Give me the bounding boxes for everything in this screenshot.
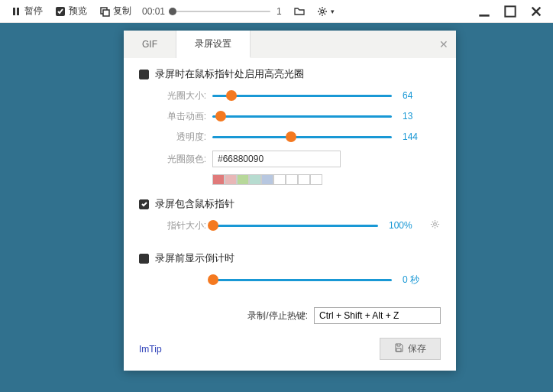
section-countdown: 录屏前显示倒计时 0 秒 bbox=[124, 242, 456, 296]
pause-button[interactable]: 暂停 bbox=[6, 2, 47, 20]
click-anim-value: 13 bbox=[403, 111, 441, 121]
svg-point-5 bbox=[321, 10, 324, 13]
color-swatch[interactable] bbox=[273, 174, 286, 185]
opacity-value: 144 bbox=[403, 131, 441, 142]
close-button[interactable] bbox=[530, 5, 542, 18]
svg-rect-0 bbox=[13, 8, 15, 15]
cursor-settings-icon[interactable] bbox=[430, 219, 441, 232]
save-label: 保存 bbox=[408, 342, 426, 355]
gear-icon bbox=[317, 6, 328, 17]
countdown-title: 录屏前显示倒计时 bbox=[155, 251, 234, 265]
cursor-title: 录屏包含鼠标指针 bbox=[155, 197, 234, 211]
color-swatch[interactable] bbox=[298, 174, 310, 185]
dialog-footer: ImTip 保存 bbox=[124, 330, 456, 360]
cursor-checkbox[interactable] bbox=[139, 199, 149, 209]
color-swatch[interactable] bbox=[286, 174, 298, 185]
color-swatch[interactable] bbox=[310, 174, 322, 185]
color-swatches bbox=[139, 174, 441, 185]
top-toolbar: 暂停 预览 复制 00:01 1 ▾ bbox=[0, 0, 553, 23]
dialog-close-button[interactable]: ✕ bbox=[439, 38, 448, 50]
copy-icon bbox=[99, 6, 110, 17]
color-swatch[interactable] bbox=[212, 174, 225, 185]
frame-number: 1 bbox=[276, 6, 282, 17]
highlight-checkbox[interactable] bbox=[139, 70, 149, 79]
color-swatch[interactable] bbox=[261, 174, 273, 185]
time-display: 00:01 bbox=[142, 6, 165, 17]
opacity-slider[interactable] bbox=[212, 130, 392, 144]
aperture-size-label: 光圈大小: bbox=[157, 89, 206, 102]
minimize-button[interactable] bbox=[478, 5, 490, 18]
svg-point-8 bbox=[434, 223, 437, 226]
settings-dialog: GIF 录屏设置 ✕ 录屏时在鼠标指针处启用高亮光圈 光圈大小: 64 单击动画… bbox=[124, 31, 456, 371]
countdown-value: 0 秒 bbox=[403, 274, 441, 287]
aperture-size-slider[interactable] bbox=[212, 89, 392, 102]
svg-rect-7 bbox=[505, 6, 515, 16]
aperture-size-value: 64 bbox=[403, 90, 441, 101]
cursor-size-value: 100% bbox=[389, 220, 427, 231]
tab-gif[interactable]: GIF bbox=[124, 31, 176, 58]
svg-rect-6 bbox=[479, 15, 489, 17]
timeline-thumb[interactable] bbox=[169, 8, 176, 15]
preview-label: 预览 bbox=[69, 5, 87, 18]
click-anim-label: 单击动画: bbox=[157, 110, 206, 123]
color-label: 光圈颜色: bbox=[157, 153, 206, 166]
hotkey-input[interactable] bbox=[314, 307, 441, 324]
save-button[interactable]: 保存 bbox=[380, 338, 441, 360]
tab-recording-settings[interactable]: 录屏设置 bbox=[176, 31, 251, 58]
hotkey-label: 录制/停止热键: bbox=[247, 309, 308, 322]
save-icon bbox=[394, 343, 403, 355]
dialog-tabs: GIF 录屏设置 ✕ bbox=[124, 31, 456, 58]
timeline-slider[interactable] bbox=[171, 10, 270, 13]
svg-rect-4 bbox=[103, 10, 109, 16]
color-swatch[interactable] bbox=[249, 174, 261, 185]
pause-label: 暂停 bbox=[24, 5, 43, 18]
hotkey-row: 录制/停止热键: bbox=[124, 296, 456, 330]
dropdown-caret-icon: ▾ bbox=[331, 8, 335, 15]
preview-button[interactable]: 预览 bbox=[50, 2, 92, 20]
click-anim-slider[interactable] bbox=[212, 109, 392, 123]
cursor-size-slider[interactable] bbox=[212, 219, 378, 232]
svg-rect-1 bbox=[17, 8, 19, 15]
countdown-checkbox[interactable] bbox=[139, 254, 149, 264]
open-button[interactable] bbox=[289, 4, 309, 19]
copy-label: 复制 bbox=[113, 5, 131, 18]
section-highlight: 录屏时在鼠标指针处启用高亮光圈 光圈大小: 64 单击动画: 13 透明度: bbox=[124, 58, 456, 188]
color-input[interactable] bbox=[212, 151, 341, 167]
folder-open-icon bbox=[294, 6, 305, 17]
color-swatch[interactable] bbox=[225, 174, 237, 185]
settings-button[interactable]: ▾ bbox=[312, 4, 339, 19]
cursor-size-label: 指针大小: bbox=[157, 219, 206, 232]
color-swatch[interactable] bbox=[237, 174, 249, 185]
section-cursor: 录屏包含鼠标指针 指针大小: 100% bbox=[124, 188, 456, 242]
preview-icon bbox=[55, 6, 66, 17]
opacity-label: 透明度: bbox=[157, 131, 206, 144]
maximize-button[interactable] bbox=[504, 5, 516, 18]
copy-button[interactable]: 复制 bbox=[95, 2, 136, 20]
pause-icon bbox=[11, 6, 21, 17]
countdown-slider[interactable] bbox=[212, 273, 392, 287]
highlight-title: 录屏时在鼠标指针处启用高亮光圈 bbox=[155, 67, 304, 81]
imtip-link[interactable]: ImTip bbox=[139, 344, 162, 355]
